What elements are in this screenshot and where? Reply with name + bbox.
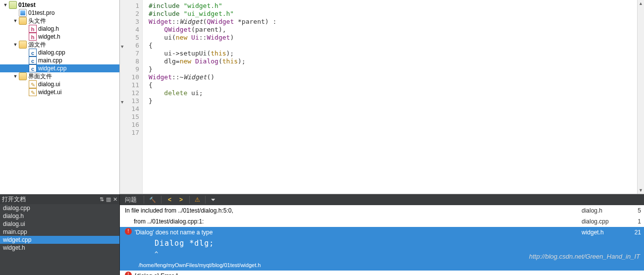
expand-toggle-icon[interactable]: ▼ — [12, 41, 19, 49]
code-line[interactable]: #include "ui_widget.h" — [149, 10, 644, 18]
tree-item-label: 头文件 — [28, 17, 46, 25]
scroll-down-icon[interactable]: ▼ — [638, 187, 644, 194]
code-line[interactable]: Widget::~Widget() — [149, 73, 644, 81]
expand-toggle-icon[interactable]: ▼ — [2, 1, 9, 9]
issue-error-row[interactable]: !'Dialog' does not name a typewidget.h21 — [120, 227, 644, 238]
code-line[interactable]: dlg=new Dialog(this); — [149, 57, 644, 65]
tree-item-headers[interactable]: ▼头文件 — [0, 17, 119, 25]
code-line[interactable]: { — [149, 42, 644, 50]
ui-icon: ✎ — [29, 88, 37, 96]
issue-prev-icon[interactable]: < — [166, 196, 173, 203]
tree-item-root[interactable]: ▼01test — [0, 1, 119, 9]
issue-row[interactable]: from ../01test/dialog.cpp:1:dialog.cpp1 — [120, 216, 644, 227]
ui-icon: ✎ — [29, 80, 37, 88]
pro-icon — [19, 9, 27, 17]
open-docs-title: 打开文档 — [2, 195, 98, 204]
editor-vscrollbar[interactable]: ▲ ▼ — [637, 0, 644, 194]
tree-item-label: dialog.h — [38, 25, 59, 33]
expand-toggle-icon[interactable]: ▼ — [12, 72, 19, 80]
tree-item-label: 界面文件 — [28, 72, 52, 80]
cpp-icon: c — [29, 64, 37, 72]
open-doc-item[interactable]: dialog.h — [0, 212, 119, 220]
folder-icon — [19, 17, 27, 25]
tree-item-widget-h[interactable]: hwidget.h — [0, 33, 119, 41]
open-doc-item[interactable]: dialog.ui — [0, 220, 119, 228]
issues-header: 问题 🔨 < > ⚠ ⏷ — [120, 194, 644, 205]
cpp-icon: c — [29, 49, 37, 56]
open-doc-item[interactable]: widget.h — [0, 244, 119, 252]
tree-item-label: widget.cpp — [38, 64, 66, 72]
issue-error-path[interactable]: /home/feng/myOwnFiles/myqt/blog/01test/w… — [120, 260, 644, 271]
warning-filter-icon[interactable]: ⚠ — [195, 196, 200, 203]
code-line[interactable]: Widget::Widget(QWidget *parent) : — [149, 18, 644, 26]
cpp-icon: c — [29, 56, 37, 64]
tree-item-label: 源文件 — [28, 41, 46, 49]
build-icon[interactable]: 🔨 — [149, 197, 156, 203]
scroll-up-icon[interactable]: ▲ — [638, 0, 644, 7]
project-tree-pane[interactable]: ▼01test01test.pro▼头文件hdialog.hhwidget.h▼… — [0, 0, 120, 194]
open-docs-close-icon[interactable]: ✕ — [113, 196, 117, 203]
tree-item-label: main.cpp — [38, 56, 62, 64]
tree-item-forms[interactable]: ▼界面文件 — [0, 72, 119, 80]
filter-icon[interactable]: ⏷ — [211, 197, 216, 203]
folder-icon — [19, 41, 27, 49]
tree-item-label: 01test — [18, 1, 36, 9]
tree-item-sources[interactable]: ▼源文件 — [0, 41, 119, 49]
issues-pane: 问题 🔨 < > ⚠ ⏷ In file included from ../01… — [120, 194, 644, 275]
h-icon: h — [29, 33, 37, 41]
tree-item-dialog-h[interactable]: hdialog.h — [0, 25, 119, 33]
issue-error-caret: ^ — [120, 249, 644, 260]
expand-toggle-icon[interactable]: ▼ — [12, 17, 19, 25]
issue-row[interactable]: In file included from ../01test/dialog.h… — [120, 205, 644, 216]
code-line[interactable]: ui(new Ui::Widget) — [149, 34, 644, 42]
code-line[interactable]: } — [149, 65, 644, 73]
issue-row[interactable]: ![dialog.o] Error 1 — [120, 271, 644, 275]
tree-item-label: 01test.pro — [28, 9, 54, 17]
open-doc-item[interactable]: main.cpp — [0, 228, 119, 236]
issue-next-icon[interactable]: > — [178, 196, 184, 203]
error-icon: ! — [125, 228, 132, 235]
tree-item-widget-ui[interactable]: ✎widget.ui — [0, 88, 119, 96]
code-line[interactable]: { — [149, 81, 644, 89]
code-line[interactable]: ui->setupUi(this); — [149, 50, 644, 57]
code-editor[interactable]: 123456▼78910111213▼14151617 #include "wi… — [120, 0, 644, 194]
proj-icon — [9, 1, 17, 9]
code-line[interactable]: QWidget(parent), — [149, 26, 644, 34]
issue-error-detail[interactable]: Dialog *dlg; — [120, 238, 644, 249]
open-docs-sort-icon[interactable]: ⇅ — [100, 196, 104, 203]
code-line[interactable]: #include "widget.h" — [149, 2, 644, 10]
open-doc-item[interactable]: widget.cpp — [0, 236, 119, 244]
issues-tab[interactable]: 问题 — [123, 196, 139, 204]
tree-item-label: widget.ui — [38, 88, 61, 96]
open-doc-item[interactable]: dialog.cpp — [0, 204, 119, 212]
error-icon: ! — [125, 272, 132, 275]
tree-item-dialog-ui[interactable]: ✎dialog.ui — [0, 80, 119, 88]
code-line[interactable]: delete ui; — [149, 89, 644, 97]
tree-item-label: dialog.ui — [38, 80, 60, 88]
tree-item-main-cpp[interactable]: cmain.cpp — [0, 56, 119, 64]
h-icon: h — [29, 25, 37, 33]
folder-icon — [19, 72, 27, 80]
code-line[interactable]: } — [149, 97, 644, 105]
tree-item-widget-cpp[interactable]: cwidget.cpp — [0, 64, 119, 72]
tree-item-label: widget.h — [38, 33, 60, 41]
tree-item-label: dialog.cpp — [38, 49, 65, 56]
tree-item-pro[interactable]: 01test.pro — [0, 9, 119, 17]
open-documents-pane: 打开文档 ⇅ ▥ ✕ dialog.cppdialog.hdialog.uima… — [0, 194, 120, 275]
tree-item-dialog-cpp[interactable]: cdialog.cpp — [0, 49, 119, 56]
open-docs-split-icon[interactable]: ▥ — [106, 196, 111, 203]
